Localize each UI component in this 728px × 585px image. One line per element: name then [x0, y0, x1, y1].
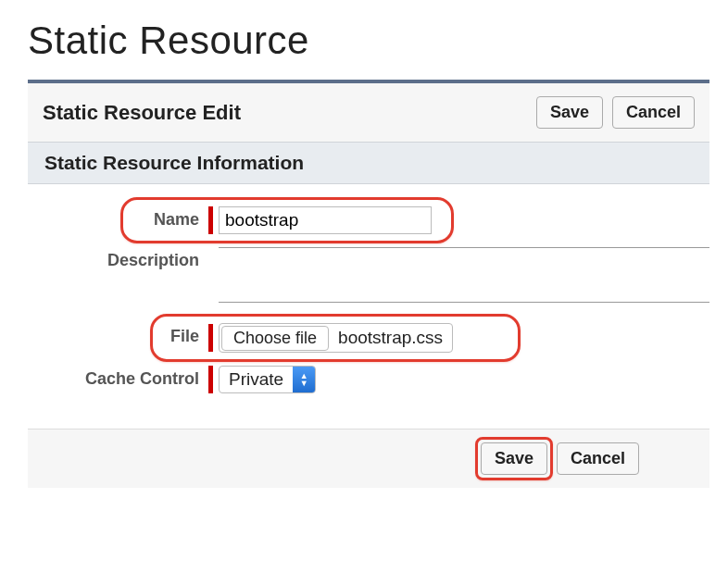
- select-arrows-icon: ▲▼: [293, 367, 315, 392]
- description-input[interactable]: [219, 247, 709, 303]
- name-input[interactable]: [219, 206, 432, 234]
- cache-control-value: Private: [220, 369, 293, 390]
- cache-control-select[interactable]: Private ▲▼: [219, 366, 316, 393]
- save-button-top[interactable]: Save: [536, 96, 603, 129]
- required-indicator-cache: [208, 366, 213, 393]
- cancel-button-bottom[interactable]: Cancel: [557, 442, 639, 475]
- file-label: File: [28, 323, 208, 346]
- edit-panel: Static Resource Edit Save Cancel Static …: [28, 80, 709, 488]
- panel-header: Static Resource Edit Save Cancel: [28, 83, 709, 142]
- cache-control-label: Cache Control: [28, 366, 208, 389]
- save-button-bottom[interactable]: Save: [481, 442, 547, 475]
- form-area: Name Description File Choose file bootst: [28, 184, 709, 429]
- file-name-display: bootstrap.css: [338, 328, 443, 348]
- cache-control-row: Cache Control Private ▲▼: [28, 366, 709, 393]
- name-label: Name: [28, 206, 208, 230]
- page-title: Static Resource: [28, 19, 709, 63]
- description-label: Description: [28, 247, 208, 303]
- panel-header-title: Static Resource Edit: [43, 101, 241, 125]
- file-input[interactable]: Choose file bootstrap.css: [219, 323, 453, 353]
- name-row: Name: [28, 206, 709, 234]
- required-indicator-file: [208, 324, 213, 352]
- top-button-group: Save Cancel: [536, 96, 695, 129]
- description-row: Description: [28, 247, 709, 303]
- section-header: Static Resource Information: [28, 142, 709, 184]
- cancel-button-top[interactable]: Cancel: [612, 96, 695, 129]
- file-row: File Choose file bootstrap.css: [28, 323, 709, 353]
- panel-footer: Save Cancel: [28, 429, 709, 488]
- choose-file-button[interactable]: Choose file: [221, 326, 329, 351]
- required-indicator-name: [208, 206, 213, 234]
- bottom-button-group: Save Cancel: [481, 442, 639, 475]
